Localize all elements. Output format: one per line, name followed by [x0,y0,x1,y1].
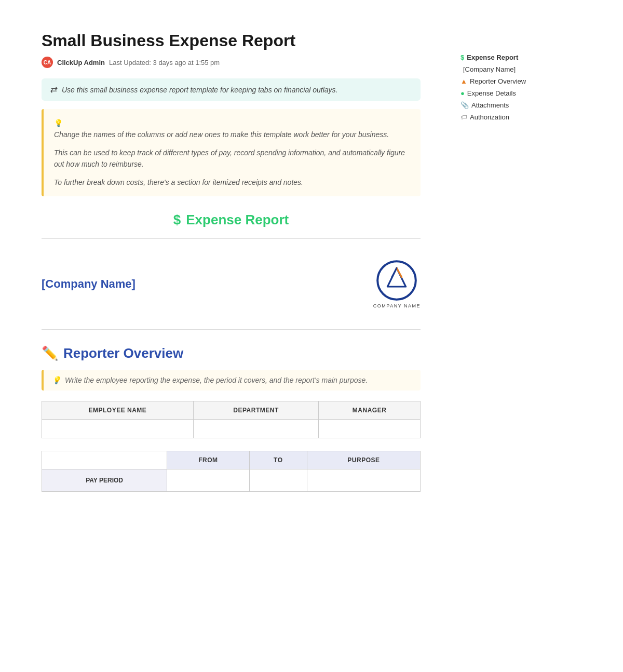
sidebar-label-authorization: Authorization [470,113,509,121]
company-logo [376,260,417,301]
company-logo-label: COMPANY NAME [373,303,421,308]
hint-icon: 💡 [52,376,61,384]
sidebar-item-reporter-overview[interactable]: ▲ Reporter Overview [459,76,537,87]
reporter-overview-heading: ✏️ Reporter Overview [42,345,421,361]
authorization-sidebar-icon: 🏷 [461,113,467,121]
col-from: FROM [167,451,250,469]
last-updated: Last Updated: 3 days ago at 1:55 pm [109,59,220,66]
employee-table: EMPLOYEE NAME DEPARTMENT MANAGER [42,401,421,438]
department-cell[interactable] [193,419,318,438]
sidebar-label-expense-details: Expense Details [467,89,516,97]
col-manager: MANAGER [319,401,421,419]
reporter-hint-text: Write the employee reporting the expense… [65,376,368,384]
divider-1 [42,238,421,239]
dollar-icon: $ [173,212,181,228]
info-icon: ⇄ [50,85,57,95]
info-banner: ⇄ Use this small business expense report… [42,78,421,101]
sidebar-item-expense-details[interactable]: ● Expense Details [459,88,537,99]
warning-banner: 💡 Change the names of the columns or add… [42,109,421,196]
pay-period-purpose[interactable] [307,469,420,491]
sidebar-item-authorization[interactable]: 🏷 Authorization [459,112,537,123]
pay-period-table: FROM TO PURPOSE PAY PERIOD [42,451,421,492]
company-logo-container: COMPANY NAME [373,260,421,308]
attachments-sidebar-icon: 📎 [461,101,469,109]
meta-row: CA ClickUp Admin Last Updated: 3 days ag… [42,57,421,68]
pay-period-from[interactable] [167,469,250,491]
dollar-sidebar-icon: $ [461,53,464,61]
page-title: Small Business Expense Report [42,31,421,50]
sidebar-label-company-name: [Company Name] [463,65,516,73]
company-section: [Company Name] COMPANY NAME [42,249,421,319]
warning-line-3: To further break down costs, there's a s… [54,177,410,188]
sidebar-item-expense-report[interactable]: $ Expense Report [459,52,537,63]
pay-period-row: PAY PERIOD [42,469,421,491]
col-department: DEPARTMENT [193,401,318,419]
manager-cell[interactable] [319,419,421,438]
expense-report-label: Expense Report [186,212,289,228]
col-purpose: PURPOSE [307,451,420,469]
main-content: Small Business Expense Report CA ClickUp… [0,0,452,672]
sidebar-item-attachments[interactable]: 📎 Attachments [459,100,537,111]
reporter-icon: ✏️ [42,345,58,361]
sidebar-label-attachments: Attachments [471,101,509,109]
pay-period-empty-header [42,451,167,469]
avatar: CA [42,57,53,68]
warning-line-2: This can be used to keep track of differ… [54,147,410,170]
reporter-sidebar-icon: ▲ [461,77,467,85]
col-to: TO [249,451,307,469]
col-employee-name: EMPLOYEE NAME [42,401,194,419]
expense-report-heading: $ Expense Report [42,212,421,228]
author-name: ClickUp Admin [57,59,105,66]
company-name: [Company Name] [42,277,136,291]
employee-row [42,419,421,438]
pay-period-to[interactable] [249,469,307,491]
expense-details-sidebar-icon: ● [461,89,465,97]
pay-period-label: PAY PERIOD [42,469,167,491]
warning-line-1: Change the names of the columns or add n… [54,129,410,140]
divider-2 [42,329,421,330]
sidebar-label-expense-report: Expense Report [467,53,518,61]
sidebar: $ Expense Report [Company Name] ▲ Report… [452,0,545,672]
reporter-hint-banner: 💡 Write the employee reporting the expen… [42,370,421,391]
svg-point-0 [378,261,416,300]
warning-icon: 💡 [54,117,63,129]
reporter-heading-text: Reporter Overview [63,345,183,361]
employee-name-cell[interactable] [42,419,194,438]
sidebar-item-company-name[interactable]: [Company Name] [459,64,537,75]
sidebar-label-reporter-overview: Reporter Overview [470,77,526,85]
info-banner-text: Use this small business expense report t… [62,86,338,94]
